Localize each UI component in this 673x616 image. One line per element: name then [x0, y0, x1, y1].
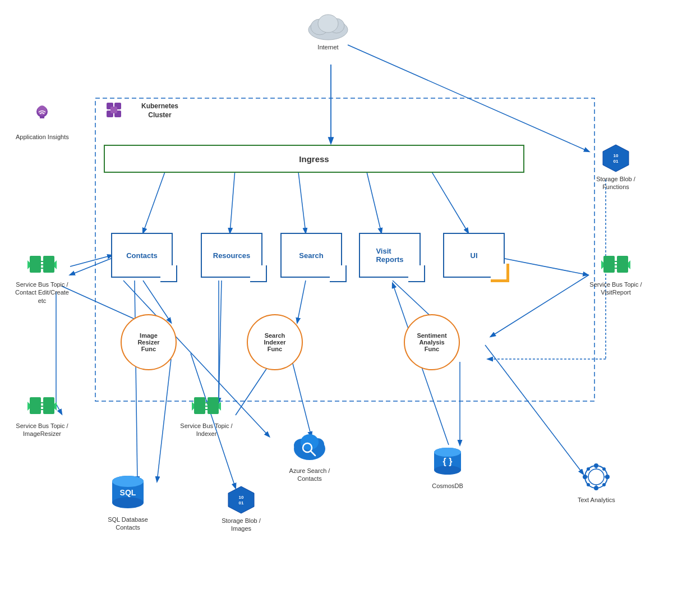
service-bus-imageresizer-node: Service Bus Topic / ImageResizer	[14, 393, 70, 438]
azure-search-node: Azure Search / Contacts	[282, 431, 338, 483]
ingress-box: Ingress	[104, 145, 524, 173]
ui-node: UI	[443, 233, 505, 278]
search-indexer-func-node: Search Indexer Func	[247, 314, 303, 370]
service-bus-visitreport-label: Service Bus Topic / VisitReport	[588, 281, 644, 297]
service-bus-imageresizer-label: Service Bus Topic / ImageResizer	[14, 422, 70, 438]
svg-line-14	[157, 359, 171, 481]
sentiment-func-circle: Sentiment Analysis Func	[404, 314, 460, 370]
svg-text:SQL: SQL	[119, 488, 136, 497]
ingress-label: Ingress	[299, 154, 329, 164]
service-bus-indexer-icon	[192, 393, 221, 420]
svg-point-71	[112, 497, 144, 508]
resources-label: Resources	[213, 251, 250, 260]
visit-reports-box: Visit Reports	[359, 233, 421, 278]
search-node: Search	[280, 233, 342, 278]
ui-label: UI	[471, 251, 478, 260]
svg-point-86	[434, 448, 461, 457]
search-box: Search	[280, 233, 342, 278]
svg-point-72	[112, 476, 144, 487]
svg-rect-64	[194, 397, 205, 414]
sql-db-icon: SQL	[110, 471, 146, 513]
svg-text:01: 01	[614, 159, 619, 164]
svg-rect-50	[43, 256, 54, 273]
application-insights-node: Application Insights	[16, 104, 69, 141]
image-resizer-func-label: Image Resizer Func	[137, 332, 159, 352]
svg-text:10: 10	[614, 153, 619, 158]
svg-text:{ }: { }	[443, 457, 453, 466]
svg-text:01: 01	[239, 500, 244, 505]
svg-rect-54	[603, 256, 615, 273]
svg-point-85	[434, 466, 461, 475]
kubernetes-cluster-node: Kubernetes Cluster	[104, 100, 188, 125]
svg-point-97	[602, 483, 606, 486]
svg-line-17	[219, 281, 222, 403]
svg-line-24	[502, 258, 588, 275]
text-analytics-icon	[578, 460, 615, 494]
svg-line-4	[297, 163, 306, 233]
sql-db-node: SQL SQL Database Contacts	[100, 471, 156, 532]
svg-rect-60	[43, 397, 54, 414]
svg-rect-42	[40, 116, 44, 118]
storage-blob-images-node: 10 01 Storage Blob / Images	[213, 485, 269, 533]
internet-label: Internet	[317, 43, 338, 51]
svg-marker-46	[603, 145, 629, 172]
svg-line-6	[426, 163, 468, 233]
svg-rect-55	[617, 256, 628, 273]
sentiment-func-label: Sentiment Analysis Func	[417, 332, 446, 352]
svg-line-7	[70, 258, 112, 275]
storage-blob-functions-icon: 10 01	[601, 144, 630, 173]
service-bus-indexer-node: Service Bus Topic / Indexer	[178, 393, 234, 438]
service-bus-imageresizer-icon	[27, 393, 57, 420]
sentiment-func-node: Sentiment Analysis Func	[404, 314, 460, 370]
search-label: Search	[299, 251, 323, 260]
svg-line-30	[348, 45, 589, 151]
cloud-icon	[306, 10, 351, 41]
service-bus-contact-label: Service Bus Topic / Contact Edit/Create …	[14, 281, 70, 305]
kubernetes-icon	[104, 100, 129, 125]
svg-line-20	[292, 359, 311, 436]
svg-point-95	[602, 467, 606, 471]
storage-blob-images-label: Storage Blob / Images	[213, 517, 269, 533]
sql-db-label: SQL Database Contacts	[100, 516, 156, 532]
svg-text:10: 10	[239, 495, 244, 500]
resources-node: Resources	[201, 233, 262, 278]
service-bus-visitreport-icon	[601, 251, 630, 278]
svg-line-26	[485, 345, 583, 474]
storage-blob-images-icon: 10 01	[227, 485, 256, 514]
svg-line-13	[135, 281, 137, 481]
cosmosdb-label: CosmosDB	[432, 482, 463, 490]
svg-point-89	[588, 469, 604, 485]
storage-blob-functions-label: Storage Blob / Functions	[588, 175, 644, 191]
svg-line-44	[36, 107, 36, 107]
architecture-diagram: Internet Kubernetes Cluster	[0, 0, 673, 616]
azure-search-label: Azure Search / Contacts	[282, 467, 338, 483]
ui-box: UI	[443, 233, 505, 278]
visit-reports-label: Visit Reports	[376, 247, 403, 264]
cosmosdb-node: { } CosmosDB	[431, 443, 464, 490]
svg-line-23	[491, 275, 589, 337]
svg-point-96	[587, 483, 590, 486]
svg-point-34	[318, 15, 338, 33]
svg-rect-39	[110, 107, 117, 113]
internet-node: Internet	[306, 10, 351, 51]
resources-box: Resources	[201, 233, 262, 278]
contacts-box: Contacts	[111, 233, 173, 278]
contacts-label: Contacts	[126, 251, 158, 260]
contacts-node: Contacts	[111, 233, 173, 278]
svg-marker-74	[228, 486, 254, 513]
service-bus-visitreport-node: Service Bus Topic / VisitReport	[588, 251, 644, 297]
kubernetes-label: Kubernetes Cluster	[132, 102, 188, 119]
ingress-node: Ingress	[104, 145, 524, 173]
svg-line-8	[70, 255, 112, 266]
image-resizer-func-circle: Image Resizer Func	[121, 314, 177, 370]
svg-line-3	[230, 163, 236, 233]
storage-blob-functions-node: 10 01 Storage Blob / Functions	[588, 144, 644, 191]
search-indexer-func-circle: Search Indexer Func	[247, 314, 303, 370]
image-resizer-func-node: Image Resizer Func	[121, 314, 177, 370]
svg-line-5	[365, 163, 381, 233]
svg-rect-59	[30, 397, 41, 414]
svg-rect-65	[208, 397, 219, 414]
azure-search-icon	[292, 431, 328, 465]
svg-line-2	[143, 163, 168, 233]
application-insights-icon	[29, 104, 56, 131]
